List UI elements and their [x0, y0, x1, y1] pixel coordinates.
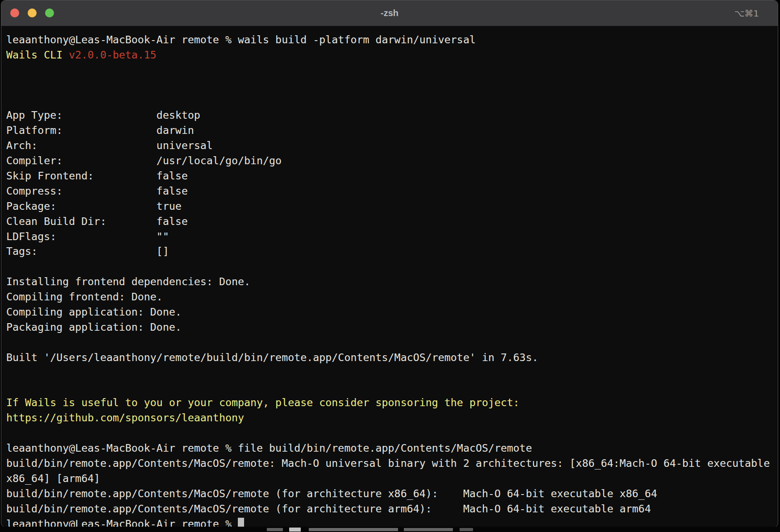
- terminal-line: [6, 425, 778, 441]
- terminal-line: build/bin/remote.app/Contents/MacOS/remo…: [6, 456, 778, 471]
- terminal-line: Built '/Users/leaanthony/remote/build/bi…: [6, 350, 778, 365]
- titlebar[interactable]: -zsh ⌥⌘1: [1, 0, 778, 26]
- terminal-line: leaanthony@Leas-MacBook-Air remote % fil…: [6, 441, 778, 456]
- terminal-line: Compiling frontend: Done.: [6, 289, 778, 304]
- terminal-line: Packaging application: Done.: [6, 320, 778, 335]
- terminal-line: Tags: []: [6, 244, 778, 259]
- terminal-line: Package: true: [6, 199, 778, 214]
- terminal-line: [6, 365, 778, 380]
- terminal-line: [6, 93, 778, 108]
- terminal-line: x86_64] [arm64]: [6, 471, 778, 486]
- terminal-line: Compiling application: Done.: [6, 304, 778, 320]
- terminal-line: Compress: false: [6, 183, 778, 199]
- text-cursor: [238, 518, 244, 528]
- terminal-line: Skip Frontend: false: [6, 168, 778, 183]
- clipped-background-text: [289, 528, 301, 532]
- terminal-line: Wails CLI v2.0.0-beta.15: [6, 47, 778, 62]
- terminal-line: Platform: darwin: [6, 123, 778, 138]
- clipped-background-text: [309, 528, 398, 531]
- terminal-line: [6, 62, 778, 78]
- terminal-line: If Wails is useful to you or your compan…: [6, 395, 778, 410]
- terminal-line: Compiler: /usr/local/go/bin/go: [6, 153, 778, 168]
- terminal-line: Clean Build Dir: false: [6, 214, 778, 229]
- terminal-window: -zsh ⌥⌘1 leaanthony@Leas-MacBook-Air rem…: [1, 0, 778, 528]
- terminal-line: leaanthony@Leas-MacBook-Air remote %: [6, 516, 778, 528]
- terminal-line: https://github.com/sponsors/leaanthony: [6, 410, 778, 425]
- background-window-sliver: [0, 527, 780, 532]
- terminal-line: Arch: universal: [6, 138, 778, 153]
- terminal-line: App Type: desktop: [6, 108, 778, 123]
- clipped-background-text: [460, 528, 473, 531]
- terminal-line: LDFlags: "": [6, 229, 778, 244]
- terminal-output[interactable]: leaanthony@Leas-MacBook-Air remote % wai…: [1, 26, 778, 528]
- terminal-line: [6, 335, 778, 350]
- terminal-line: leaanthony@Leas-MacBook-Air remote % wai…: [6, 32, 778, 47]
- window-title: -zsh: [1, 0, 778, 26]
- terminal-line: [6, 78, 778, 93]
- terminal-line: Installing frontend dependencies: Done.: [6, 274, 778, 289]
- clipped-background-text: [267, 528, 283, 531]
- terminal-line: build/bin/remote.app/Contents/MacOS/remo…: [6, 486, 778, 501]
- terminal-line: [6, 380, 778, 395]
- tab-shortcut-badge: ⌥⌘1: [734, 0, 759, 26]
- clipped-background-text: [404, 528, 453, 531]
- terminal-line: build/bin/remote.app/Contents/MacOS/remo…: [6, 501, 778, 516]
- terminal-line: [6, 259, 778, 274]
